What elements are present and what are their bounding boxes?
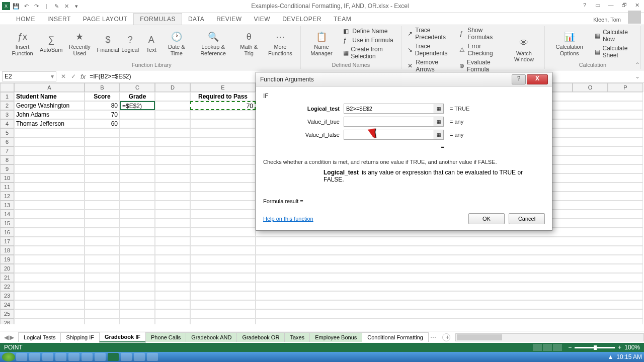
row-header[interactable]: 9 — [0, 164, 14, 173]
cell[interactable]: Score — [85, 92, 120, 101]
name-manager-button[interactable]: 📋Name Manager — [304, 26, 340, 61]
tab-nav-next-icon[interactable]: ▶ — [10, 334, 14, 341]
col-header[interactable]: A — [14, 83, 85, 92]
recently-used-button[interactable]: ★Recently Used — [63, 26, 96, 61]
cell[interactable]: George Washington — [14, 101, 85, 110]
new-sheet-icon[interactable]: + — [442, 333, 450, 341]
cell[interactable]: 60 — [85, 119, 120, 128]
help-icon[interactable]: ? — [580, 2, 590, 10]
zoom-in-icon[interactable]: + — [618, 344, 621, 351]
row-header[interactable]: 7 — [0, 146, 14, 155]
taskbar-app-icon[interactable] — [16, 353, 27, 361]
cell[interactable]: John Adams — [14, 110, 85, 119]
dialog-titlebar[interactable]: Function Arguments ? X — [256, 72, 552, 86]
math-button[interactable]: θMath & Trig — [235, 26, 262, 61]
taskbar-app-icon[interactable] — [68, 353, 79, 361]
more-functions-button[interactable]: ⋯More Functions — [263, 26, 297, 61]
row-header[interactable]: 20 — [0, 264, 14, 273]
row-header[interactable]: 21 — [0, 273, 14, 282]
taskbar-app-icon[interactable] — [29, 353, 40, 361]
cell[interactable] — [120, 119, 155, 128]
minimize-icon[interactable]: ― — [606, 2, 616, 10]
value-if-true-input[interactable] — [344, 117, 434, 127]
dialog-help-icon[interactable]: ? — [512, 74, 526, 84]
row-header[interactable]: 12 — [0, 192, 14, 201]
tab-data[interactable]: DATA — [182, 14, 210, 25]
normal-view-icon[interactable] — [533, 344, 542, 351]
cell[interactable] — [190, 119, 256, 128]
sheet-tab[interactable]: Gradebook AND — [186, 332, 237, 342]
cell[interactable]: 80 — [85, 101, 120, 110]
logical-test-input[interactable] — [344, 104, 434, 114]
taskbar-app-icon[interactable] — [55, 353, 66, 361]
row-header[interactable]: 4 — [0, 119, 14, 128]
zoom-slider[interactable] — [575, 347, 615, 348]
qat-drop-icon[interactable]: ▾ — [72, 2, 80, 10]
col-header[interactable]: O — [573, 83, 608, 92]
restore-icon[interactable]: 🗗 — [619, 2, 629, 10]
date-time-button[interactable]: 🕐Date & Time — [163, 26, 191, 61]
tab-review[interactable]: REVIEW — [210, 14, 248, 25]
row-header[interactable]: 17 — [0, 237, 14, 246]
taskbar-app-icon[interactable] — [95, 353, 106, 361]
cancel-button[interactable]: Cancel — [509, 213, 545, 224]
cell[interactable] — [120, 110, 155, 119]
tab-view[interactable]: VIEW — [248, 14, 276, 25]
tab-developer[interactable]: DEVELOPER — [276, 14, 328, 25]
zoom-out-icon[interactable]: − — [568, 344, 572, 351]
taskbar-app-icon[interactable] — [82, 353, 93, 361]
tab-formulas[interactable]: FORMULAS — [133, 13, 182, 25]
row-header[interactable]: 18 — [0, 246, 14, 255]
cell[interactable]: Student Name — [14, 92, 85, 101]
cell-active[interactable]: 70 — [190, 101, 256, 110]
row-header[interactable]: 19 — [0, 255, 14, 264]
taskbar-app-icon[interactable] — [147, 353, 158, 361]
row-header[interactable]: 15 — [0, 219, 14, 228]
sheet-tab-active[interactable]: Gradebook IF — [99, 332, 146, 342]
row-header[interactable]: 25 — [0, 309, 14, 318]
row-header[interactable]: 22 — [0, 282, 14, 291]
cell[interactable] — [155, 119, 190, 128]
show-formulas-button[interactable]: ƒShow Formulas — [458, 26, 504, 41]
undo-icon[interactable]: ↶ — [22, 2, 30, 10]
row-header[interactable]: 1 — [0, 92, 14, 101]
define-name-button[interactable]: ◧Define Name — [342, 27, 396, 35]
text-button[interactable]: AText — [141, 26, 162, 61]
collapse-ribbon-icon[interactable]: ⌃ — [635, 61, 640, 68]
zoom-level[interactable]: 100% — [624, 344, 640, 351]
cell[interactable]: Grade — [120, 92, 155, 101]
insert-function-button[interactable]: ƒxInsert Function — [6, 26, 39, 61]
cell[interactable] — [155, 110, 190, 119]
col-header[interactable]: P — [608, 83, 643, 92]
row-header[interactable]: 16 — [0, 228, 14, 237]
tab-insert[interactable]: INSERT — [41, 14, 77, 25]
remove-arrows-button[interactable]: ✕Remove Arrows — [407, 58, 453, 73]
cell[interactable]: Thomas Jefferson — [14, 119, 85, 128]
row-header[interactable]: 14 — [0, 210, 14, 219]
row-header[interactable]: 5 — [0, 128, 14, 137]
page-layout-view-icon[interactable] — [543, 344, 552, 351]
row-header[interactable]: 3 — [0, 110, 14, 119]
calc-options-button[interactable]: 📊Calculation Options — [548, 26, 591, 61]
row-header[interactable]: 11 — [0, 183, 14, 192]
horizontal-scrollbar[interactable] — [455, 333, 644, 341]
calculate-now-button[interactable]: ▦Calculate Now — [594, 28, 635, 43]
cell[interactable]: 70 — [85, 110, 120, 119]
name-box[interactable]: E2▾ — [2, 71, 56, 81]
col-header[interactable]: B — [85, 83, 120, 92]
cell[interactable]: Required to Pass — [190, 92, 256, 101]
row-header[interactable]: 24 — [0, 300, 14, 309]
tab-home[interactable]: HOME — [10, 14, 41, 25]
row-header[interactable]: 6 — [0, 137, 14, 146]
ok-button[interactable]: OK — [468, 213, 505, 224]
col-header[interactable]: D — [155, 83, 190, 92]
cell[interactable] — [155, 92, 190, 101]
col-header[interactable]: E — [190, 83, 256, 92]
select-all-corner[interactable] — [0, 83, 14, 92]
row-header[interactable]: 26 — [0, 318, 14, 324]
close-icon[interactable]: ✕ — [632, 2, 642, 10]
taskbar-excel-icon[interactable] — [108, 353, 119, 361]
expand-formula-icon[interactable]: ⌄ — [631, 73, 644, 80]
error-checking-button[interactable]: ⚠Error Checking — [458, 42, 504, 57]
sheet-tab[interactable]: Taxes — [284, 332, 310, 342]
